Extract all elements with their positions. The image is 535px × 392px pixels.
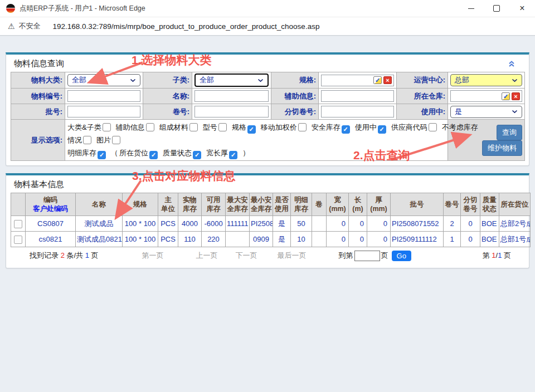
table-cell[interactable]: 50 xyxy=(291,216,312,232)
pagination-bar: 找到记录 2 条/共 1 页 第一页 上一页 下一页 最后一页 到第 页 Go … xyxy=(11,248,524,263)
table-row[interactable]: cs0821测试成品0821100 * 100PCS1102200909是100… xyxy=(11,232,531,247)
operation-center-select[interactable]: 总部 xyxy=(450,74,522,86)
picker-icon[interactable]: ✓ xyxy=(373,76,382,84)
table-cell[interactable]: 1 xyxy=(444,232,461,247)
table-cell[interactable]: 是 xyxy=(273,232,291,247)
table-cell[interactable]: 0 xyxy=(461,216,480,232)
minimize-icon xyxy=(468,8,474,9)
display-option-checkbox[interactable] xyxy=(298,123,307,131)
maximize-button[interactable] xyxy=(484,0,509,17)
close-button[interactable]: × xyxy=(509,0,535,17)
display-option-label: 供应商代码 xyxy=(391,123,427,131)
minimize-button[interactable] xyxy=(458,0,484,17)
display-option-label: 组成材料 xyxy=(159,123,188,131)
table-cell[interactable]: PI2509111112 xyxy=(391,232,444,247)
table-cell[interactable]: 4000 xyxy=(178,216,202,232)
clear-icon[interactable]: × xyxy=(383,76,392,84)
first-page-link[interactable]: 第一页 xyxy=(142,251,164,261)
table-cell[interactable]: 总部2号成 xyxy=(499,216,531,232)
table-cell[interactable]: 0 xyxy=(327,232,349,247)
table-cell[interactable] xyxy=(226,232,250,247)
table-cell[interactable]: 0 xyxy=(349,232,367,247)
table-cell[interactable]: 100 * 100 xyxy=(123,232,158,247)
material-category-select[interactable]: 全部 xyxy=(67,74,140,86)
table-cell[interactable]: PI2508 xyxy=(250,216,273,232)
table-cell[interactable]: BOE xyxy=(480,232,499,247)
roll-input[interactable] xyxy=(194,106,269,117)
display-option-checkbox[interactable] xyxy=(103,123,111,131)
table-cell[interactable]: 111111 xyxy=(226,216,250,232)
query-panel-title: 物料信息查询 xyxy=(14,58,64,69)
last-page-link[interactable]: 最后一页 xyxy=(278,251,307,261)
row-checkbox[interactable] xyxy=(14,236,22,244)
table-cell[interactable]: cs0821 xyxy=(26,232,76,247)
table-cell[interactable]: 0 xyxy=(367,216,391,232)
display-option: 安全库存✓ xyxy=(312,123,350,131)
table-cell[interactable]: 0 xyxy=(367,232,391,247)
goto-page-input[interactable] xyxy=(354,251,380,261)
table-cell[interactable]: 110 xyxy=(178,232,202,247)
url-text[interactable]: 192.168.0.32:789/mis/mrp/boe_product_to_… xyxy=(53,22,320,31)
address-bar[interactable]: ⚠ 不安全 192.168.0.32:789/mis/mrp/boe_produ… xyxy=(0,17,535,36)
go-button[interactable]: Go xyxy=(392,251,411,261)
table-cell[interactable]: BOE xyxy=(480,216,499,232)
table-cell[interactable]: -6000 xyxy=(202,216,226,232)
table-cell[interactable] xyxy=(312,216,327,232)
security-warning-icon: ⚠ xyxy=(8,22,15,31)
row-select-cell xyxy=(11,232,26,247)
table-cell[interactable]: PI2508071552 xyxy=(391,216,444,232)
table-cell[interactable]: 0 xyxy=(349,216,367,232)
table-cell[interactable]: 测试成品 xyxy=(76,216,123,232)
table-cell[interactable]: 10 xyxy=(291,232,312,247)
in-use-select[interactable]: 是 xyxy=(450,106,522,118)
table-cell[interactable]: 0 xyxy=(461,232,480,247)
display-option-checkbox[interactable]: ✓ xyxy=(342,125,350,134)
table-cell[interactable]: 220 xyxy=(202,232,226,247)
prev-page-link[interactable]: 上一页 xyxy=(196,251,218,261)
next-page-link[interactable]: 下一页 xyxy=(236,251,257,261)
display-option-text: （ xyxy=(111,149,118,157)
query-button[interactable]: 查询 xyxy=(497,125,522,140)
security-label[interactable]: 不安全 xyxy=(19,21,41,31)
table-cell[interactable]: 2 xyxy=(444,216,461,232)
display-option-checkbox[interactable]: ✓ xyxy=(149,151,158,159)
table-row[interactable]: CS0807测试成品100 * 100PCS4000-6000111111PI2… xyxy=(11,216,531,232)
display-option-checkbox[interactable] xyxy=(112,136,120,144)
display-option-checkbox[interactable] xyxy=(218,123,227,131)
maintain-material-button[interactable]: 维护物料 xyxy=(482,140,522,156)
display-option-checkbox[interactable]: ✓ xyxy=(193,151,201,159)
display-option-checkbox[interactable]: ✓ xyxy=(229,151,237,159)
table-cell[interactable]: PCS xyxy=(158,216,178,232)
picker-icon[interactable]: ✓ xyxy=(502,92,510,100)
display-option-checkbox[interactable] xyxy=(146,123,154,131)
title-bar: 点晴ERP子系统 - 用户1 - Microsoft Edge × xyxy=(0,0,535,17)
table-cell[interactable]: CS0807 xyxy=(26,216,76,232)
display-option-checkbox[interactable] xyxy=(429,123,437,131)
table-cell[interactable]: 100 * 100 xyxy=(123,216,158,232)
record-count: 2 xyxy=(61,251,65,259)
table-cell[interactable]: 0909 xyxy=(250,232,273,247)
batch-input[interactable] xyxy=(67,106,140,117)
display-option-checkbox[interactable] xyxy=(189,123,198,131)
annotation-step3: 3.点击对应物料信息 xyxy=(132,168,236,184)
query-panel: 物料信息查询 物料大类: 全部 xyxy=(6,52,529,166)
display-option-checkbox[interactable]: ✓ xyxy=(378,125,386,134)
slit-roll-input[interactable] xyxy=(321,106,394,117)
table-cell[interactable]: 0 xyxy=(327,216,349,232)
table-cell[interactable]: PCS xyxy=(158,232,178,247)
row-checkbox[interactable] xyxy=(14,220,22,228)
subcategory-select[interactable]: 全部 xyxy=(194,74,269,87)
clear-icon[interactable]: × xyxy=(512,92,520,100)
name-input[interactable] xyxy=(194,90,269,102)
display-option-checkbox[interactable]: ✓ xyxy=(98,151,106,159)
display-option-checkbox[interactable] xyxy=(83,136,91,144)
table-cell[interactable] xyxy=(312,232,327,247)
material-code-input[interactable] xyxy=(67,90,140,102)
aux-info-input[interactable] xyxy=(321,90,394,102)
table-cell[interactable]: 总部1号成 xyxy=(499,232,531,247)
collapse-panel-button[interactable] xyxy=(508,60,515,67)
table-cell[interactable]: 是 xyxy=(273,216,291,232)
batch-label: 批号: xyxy=(11,104,65,120)
table-cell[interactable]: 测试成品0821 xyxy=(76,232,123,247)
display-option-checkbox[interactable]: ✓ xyxy=(247,125,256,134)
